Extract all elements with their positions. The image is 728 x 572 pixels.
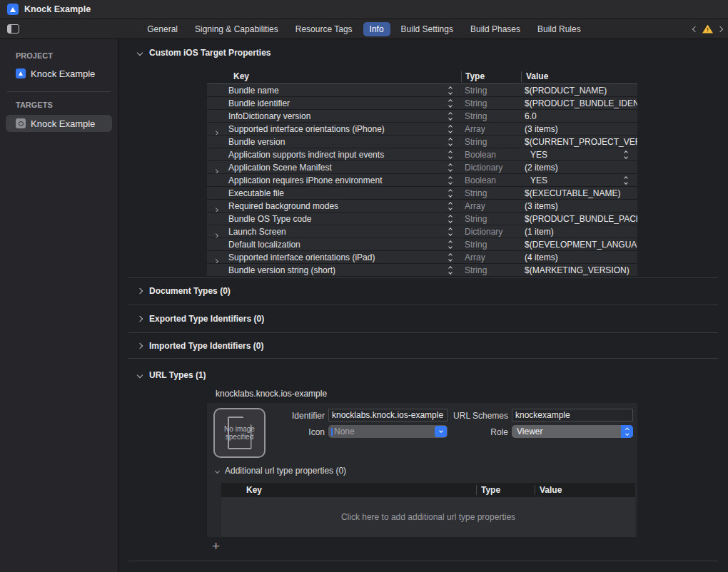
key-stepper-icon[interactable]	[449, 254, 452, 261]
table-row[interactable]: Supported interface orientations (iPhone…	[207, 123, 637, 136]
key-stepper-icon[interactable]	[449, 228, 452, 235]
property-value-cell[interactable]: $(DEVELOPMENT_LANGUAGI	[521, 238, 637, 250]
key-stepper-icon[interactable]	[449, 164, 452, 171]
tab-build-settings[interactable]: Build Settings	[395, 22, 460, 36]
disclosure-chevron-icon[interactable]	[214, 230, 218, 238]
property-key-cell[interactable]: Launch Screen	[207, 225, 461, 238]
property-key-cell[interactable]: Executable file	[207, 187, 461, 199]
property-key-cell[interactable]: Bundle identifier	[207, 97, 461, 109]
url-schemes-field[interactable]: knockexample	[512, 409, 633, 422]
property-type-cell[interactable]: Boolean	[461, 148, 521, 160]
property-type-cell[interactable]: String	[461, 97, 521, 109]
sidebar-item-target[interactable]: Knock Example	[6, 115, 112, 132]
property-key-cell[interactable]: Default localization	[207, 238, 461, 250]
table-row[interactable]: Bundle version string (short)String$(MAR…	[207, 264, 637, 277]
table-row[interactable]: Default localizationString$(DEVELOPMENT_…	[207, 238, 637, 251]
property-type-cell[interactable]: Array	[461, 200, 521, 212]
property-key-cell[interactable]: Application supports indirect input even…	[207, 148, 461, 160]
section-imported-type-identifiers[interactable]: Imported Type Identifiers (0)	[138, 339, 263, 352]
property-value-cell[interactable]: $(CURRENT_PROJECT_VERS	[521, 136, 637, 148]
disclosure-chevron-icon[interactable]	[214, 255, 218, 263]
table-row[interactable]: Application supports indirect input even…	[207, 148, 637, 161]
disclosure-chevron-icon[interactable]	[214, 204, 218, 212]
property-key-cell[interactable]: Bundle OS Type code	[207, 213, 461, 225]
role-dropdown[interactable]: Viewer	[512, 425, 633, 438]
property-value-cell[interactable]: (3 items)	[521, 123, 637, 135]
property-type-cell[interactable]: String	[461, 110, 521, 122]
icon-dropdown[interactable]: None	[328, 425, 448, 438]
add-url-type-button[interactable]: +	[212, 541, 220, 551]
property-key-cell[interactable]: Bundle name	[207, 84, 461, 96]
property-value-cell[interactable]: YES	[521, 174, 637, 186]
property-key-cell[interactable]: Supported interface orientations (iPad)	[207, 251, 461, 263]
tab-build-rules[interactable]: Build Rules	[531, 22, 587, 36]
key-stepper-icon[interactable]	[449, 113, 452, 120]
table-row[interactable]: Bundle identifierString$(PRODUCT_BUNDLE_…	[207, 97, 637, 110]
section-document-types[interactable]: Document Types (0)	[138, 285, 231, 297]
sidebar-toggle-icon[interactable]	[7, 24, 19, 34]
section-additional-url-properties[interactable]: Additional url type properties (0)	[216, 465, 346, 476]
property-type-cell[interactable]: String	[461, 213, 521, 225]
add-property-row[interactable]: Click here to add additional url type pr…	[221, 497, 635, 537]
value-stepper-icon[interactable]	[625, 151, 627, 158]
tab-general[interactable]: General	[141, 22, 184, 36]
property-value-cell[interactable]: (3 items)	[521, 200, 637, 212]
property-value-cell[interactable]: $(MARKETING_VERSION)	[521, 264, 637, 276]
property-value-cell[interactable]: $(EXECUTABLE_NAME)	[521, 187, 637, 199]
forward-icon[interactable]	[717, 26, 723, 31]
property-type-cell[interactable]: String	[461, 187, 521, 199]
identifier-field[interactable]: knocklabs.knock.ios-example	[328, 409, 448, 422]
property-type-cell[interactable]: String	[461, 84, 521, 96]
table-row[interactable]: Bundle versionString$(CURRENT_PROJECT_VE…	[207, 136, 637, 148]
key-stepper-icon[interactable]	[449, 138, 452, 145]
key-stepper-icon[interactable]	[449, 203, 452, 210]
property-value-cell[interactable]: YES	[521, 148, 637, 160]
property-type-cell[interactable]: Boolean	[461, 174, 521, 186]
property-value-cell[interactable]: (4 items)	[521, 251, 637, 263]
key-stepper-icon[interactable]	[449, 126, 452, 133]
property-key-cell[interactable]: Application requires iPhone environment	[207, 174, 461, 186]
property-type-cell[interactable]: String	[461, 264, 521, 276]
property-key-cell[interactable]: Bundle version	[207, 136, 461, 148]
property-key-cell[interactable]: Bundle version string (short)	[207, 264, 461, 276]
property-key-cell[interactable]: Required background modes	[207, 200, 461, 212]
section-url-types[interactable]: URL Types (1)	[138, 369, 206, 382]
property-key-cell[interactable]: InfoDictionary version	[207, 110, 461, 122]
key-stepper-icon[interactable]	[449, 87, 452, 94]
back-icon[interactable]	[692, 26, 698, 31]
key-stepper-icon[interactable]	[449, 267, 452, 274]
tab-build-phases[interactable]: Build Phases	[464, 22, 527, 36]
property-value-cell[interactable]: (2 items)	[521, 161, 637, 173]
table-row[interactable]: Supported interface orientations (iPad)A…	[207, 251, 637, 264]
table-row[interactable]: Required background modesArray(3 items)	[207, 200, 637, 213]
key-stepper-icon[interactable]	[449, 215, 452, 223]
table-row[interactable]: Launch ScreenDictionary(1 item)	[207, 225, 637, 238]
property-type-cell[interactable]: Array	[461, 251, 521, 263]
key-stepper-icon[interactable]	[449, 151, 452, 158]
table-row[interactable]: Bundle nameString$(PRODUCT_NAME)	[207, 84, 637, 97]
key-stepper-icon[interactable]	[449, 100, 452, 107]
property-value-cell[interactable]: (1 item)	[521, 225, 637, 238]
tab-signing-capabilities[interactable]: Signing & Capabilities	[188, 22, 285, 36]
table-row[interactable]: Application Scene ManifestDictionary(2 i…	[207, 161, 637, 174]
section-custom-ios-target-properties[interactable]: Custom iOS Target Properties	[138, 46, 271, 59]
property-type-cell[interactable]: String	[461, 136, 521, 148]
table-row[interactable]: Application requires iPhone environmentB…	[207, 174, 637, 187]
property-value-cell[interactable]: 6.0	[521, 110, 637, 122]
property-type-cell[interactable]: String	[461, 238, 521, 250]
property-type-cell[interactable]: Array	[461, 123, 521, 135]
property-type-cell[interactable]: Dictionary	[461, 225, 521, 238]
key-stepper-icon[interactable]	[449, 177, 452, 184]
property-value-cell[interactable]: $(PRODUCT_BUNDLE_IDENT	[521, 97, 637, 109]
key-stepper-icon[interactable]	[449, 241, 452, 248]
tab-info[interactable]: Info	[363, 22, 390, 36]
table-row[interactable]: Bundle OS Type codeString$(PRODUCT_BUNDL…	[207, 213, 637, 225]
property-key-cell[interactable]: Application Scene Manifest	[207, 161, 461, 173]
value-stepper-icon[interactable]	[625, 177, 627, 184]
property-value-cell[interactable]: $(PRODUCT_BUNDLE_PACKA	[521, 213, 637, 225]
tab-resource-tags[interactable]: Resource Tags	[289, 22, 359, 36]
property-type-cell[interactable]: Dictionary	[461, 161, 521, 173]
disclosure-chevron-icon[interactable]	[214, 165, 218, 173]
key-stepper-icon[interactable]	[449, 190, 452, 197]
warning-icon[interactable]: !	[702, 25, 713, 34]
